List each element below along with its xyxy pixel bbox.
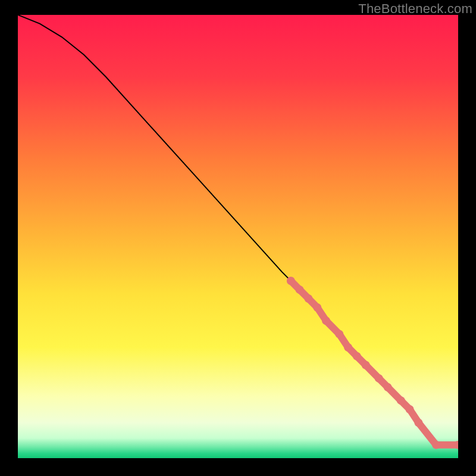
data-point — [335, 330, 343, 338]
data-point — [344, 343, 352, 352]
data-point — [406, 405, 414, 414]
data-point — [304, 295, 312, 303]
chart-stage: TheBottleneck.com — [0, 0, 476, 476]
svg-line-14 — [418, 422, 436, 444]
data-point — [384, 383, 392, 392]
plot-area — [18, 15, 458, 458]
data-point — [296, 286, 304, 294]
data-point — [322, 317, 330, 325]
data-point — [287, 277, 295, 285]
data-point — [432, 441, 440, 449]
data-point — [375, 374, 383, 383]
data-point — [362, 361, 370, 369]
data-point — [313, 303, 321, 312]
bottleneck-curve — [18, 15, 458, 445]
data-point — [353, 352, 361, 361]
curve-layer — [18, 15, 458, 458]
data-point — [414, 418, 422, 427]
data-point — [397, 396, 405, 405]
